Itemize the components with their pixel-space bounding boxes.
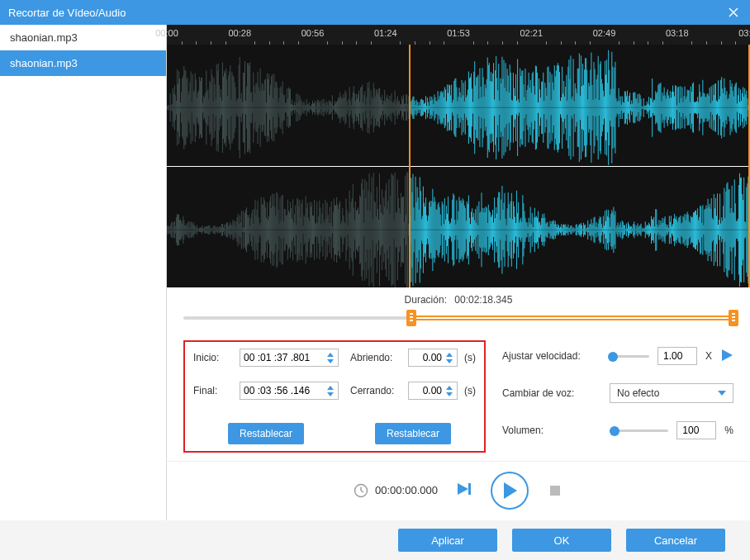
waveform-display[interactable] [167, 45, 750, 287]
ok-button[interactable]: OK [512, 529, 611, 552]
svg-marker-1368 [327, 386, 334, 390]
seconds-suffix: (s) [464, 385, 476, 396]
end-label: Final: [193, 385, 233, 396]
chevron-up-icon[interactable] [445, 384, 453, 391]
tick-label: 03:18 [666, 28, 689, 38]
fadeout-row: Cerrando: (s) [350, 382, 476, 400]
fade-column: Abriendo: (s) Cerrando: [350, 349, 476, 444]
adjust-column: Ajustar velocidad: X Cambiar de voz: No … [502, 340, 733, 453]
chevron-down-icon[interactable] [445, 391, 453, 397]
stop-icon [549, 485, 561, 496]
sidebar-item[interactable]: shaonian.mp3 [0, 25, 166, 50]
close-button[interactable] [725, 4, 742, 21]
controls-row: Inicio: Final: [167, 335, 750, 461]
speed-value-input[interactable] [657, 347, 697, 365]
titlebar: Recortar de Vídeo/Audio [0, 0, 750, 25]
fadein-input[interactable] [408, 349, 458, 367]
fadeout-input[interactable] [408, 382, 458, 400]
reset-time-row: Restablecar [193, 423, 339, 444]
spinner-arrows[interactable] [326, 351, 335, 364]
play-icon [501, 482, 518, 500]
svg-marker-1366 [327, 353, 334, 357]
chevron-up-icon[interactable] [326, 384, 335, 391]
reset-fade-button[interactable]: Restablecar [375, 423, 451, 444]
playback-time-group: 00:00:00.000 [354, 483, 438, 498]
range-fill [411, 316, 733, 320]
sidebar-item[interactable]: shaonian.mp3 [0, 50, 166, 76]
tick-label: 00:56 [301, 28, 325, 38]
speed-unit: X [705, 350, 712, 362]
time-column: Inicio: Final: [193, 349, 339, 444]
seconds-suffix: (s) [464, 352, 476, 363]
fadeout-field[interactable] [412, 385, 442, 396]
chevron-up-icon[interactable] [326, 351, 335, 358]
svg-marker-1373 [446, 392, 453, 396]
volume-label: Volumen: [502, 425, 601, 436]
timeline-ruler: 00:0000:2800:5601:2401:5302:2102:4903:18… [167, 25, 750, 45]
tick-label: 01:24 [374, 28, 397, 38]
spinner-arrows[interactable] [445, 384, 453, 397]
skip-start-button[interactable] [456, 482, 472, 499]
end-time-field[interactable] [244, 385, 323, 396]
tick-label: 02:21 [520, 28, 543, 38]
cancel-button[interactable]: Cancelar [626, 529, 725, 552]
playback-bar: 00:00:00.000 [167, 461, 750, 519]
clock-icon [354, 483, 368, 498]
voice-selected-value: No efecto [617, 387, 659, 399]
speed-label: Ajustar velocidad: [502, 350, 601, 362]
chevron-down-icon [718, 391, 726, 396]
play-button[interactable] [491, 472, 529, 510]
playback-time: 00:00:00.000 [375, 484, 438, 496]
range-handle-end[interactable] [729, 310, 738, 326]
close-icon [729, 7, 738, 17]
spinner-arrows[interactable] [445, 351, 453, 364]
reset-time-button[interactable]: Restablecar [228, 423, 304, 444]
volume-row: Volumen: % [502, 421, 733, 439]
tick-label: 01:53 [447, 28, 470, 38]
apply-button[interactable]: Aplicar [398, 529, 497, 552]
start-label: Inicio: [193, 352, 233, 363]
main-area: shaonian.mp3 shaonian.mp3 00:0000:2800:5… [0, 25, 750, 520]
chevron-down-icon[interactable] [326, 358, 335, 364]
svg-marker-1369 [327, 392, 334, 396]
svg-marker-1371 [446, 359, 453, 363]
start-time-input[interactable] [240, 349, 339, 367]
svg-marker-1374 [722, 349, 733, 361]
chevron-down-icon[interactable] [326, 391, 335, 397]
duration-row: Duración: 00:02:18.345 [167, 287, 750, 309]
voice-select[interactable]: No efecto [610, 383, 733, 403]
tick-label: 00:28 [228, 28, 251, 38]
reset-fade-row: Restablecar [350, 423, 476, 444]
fadein-row: Abriendo: (s) [350, 349, 476, 367]
stop-button[interactable] [547, 482, 563, 499]
start-time-field[interactable] [244, 352, 323, 363]
file-sidebar: shaonian.mp3 shaonian.mp3 [0, 25, 167, 520]
volume-value-input[interactable] [676, 421, 716, 439]
end-time-input[interactable] [240, 382, 339, 400]
duration-label: Duración: [405, 294, 447, 306]
dialog-footer: Aplicar OK Cancelar [0, 520, 750, 560]
tick-label: 02:49 [593, 28, 616, 38]
range-handle-start[interactable] [406, 310, 416, 326]
fadeout-label: Cerrando: [350, 385, 401, 396]
content-area: 00:0000:2800:5601:2401:5302:2102:4903:18… [167, 25, 750, 520]
voice-row: Cambiar de voz: No efecto [502, 383, 733, 403]
fadein-label: Abriendo: [350, 352, 401, 363]
spinner-arrows[interactable] [326, 384, 335, 397]
selection-overlay[interactable] [409, 45, 750, 287]
volume-slider[interactable] [610, 425, 668, 436]
svg-rect-1380 [468, 483, 471, 495]
duration-value: 00:02:18.345 [454, 294, 512, 306]
fadein-field[interactable] [412, 352, 442, 363]
speed-slider[interactable] [610, 350, 649, 362]
svg-marker-1370 [446, 353, 453, 357]
voice-label: Cambiar de voz: [502, 387, 601, 399]
chevron-down-icon[interactable] [445, 358, 453, 364]
window-title: Recortar de Vídeo/Audio [8, 7, 725, 19]
preview-speed-button[interactable] [720, 349, 733, 364]
end-time-row: Final: [193, 382, 339, 400]
chevron-up-icon[interactable] [445, 351, 453, 358]
trim-range-slider[interactable] [183, 309, 733, 327]
svg-line-1378 [361, 491, 363, 492]
speed-row: Ajustar velocidad: X [502, 347, 733, 365]
